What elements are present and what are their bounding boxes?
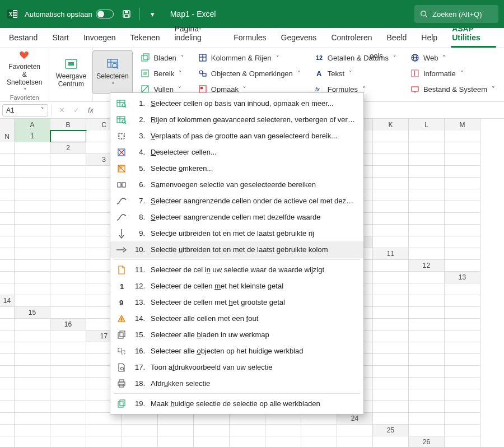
cell[interactable] — [409, 378, 445, 389]
cell[interactable] — [445, 236, 480, 248]
tab-formules[interactable]: Formules — [227, 29, 273, 48]
cell[interactable] — [15, 260, 50, 272]
cell[interactable] — [158, 425, 194, 436]
cmd-bereik[interactable]: Bereik˅ — [137, 66, 187, 81]
cell[interactable] — [445, 142, 480, 154]
cell[interactable] — [15, 236, 50, 248]
cell[interactable] — [0, 178, 15, 189]
cell[interactable] — [445, 189, 480, 201]
cmd-objecten-opmerkingen[interactable]: Objecten & Opmerkingen˅ — [194, 66, 304, 81]
cell[interactable] — [445, 131, 480, 142]
cell[interactable] — [373, 178, 409, 189]
cell[interactable] — [409, 166, 445, 178]
cell[interactable] — [409, 142, 445, 154]
cell[interactable] — [373, 413, 409, 425]
menu-item[interactable]: 11. Selecteer de cel in uw selectie waar… — [110, 262, 363, 278]
cell[interactable] — [230, 413, 265, 425]
cell[interactable] — [445, 283, 480, 295]
menu-item[interactable]: 18. Afdrukken selectie — [110, 375, 363, 392]
column-header[interactable]: M — [445, 119, 480, 131]
cell[interactable] — [15, 295, 50, 307]
cell[interactable] — [373, 154, 409, 166]
cell[interactable] — [194, 425, 230, 436]
cell[interactable] — [158, 413, 194, 425]
tab-gegevens[interactable]: Gegevens — [274, 29, 324, 48]
cell[interactable] — [15, 189, 50, 201]
cell[interactable] — [265, 425, 301, 436]
menu-item[interactable]: 16. Selecteer alle objecten op het huidi… — [110, 343, 363, 359]
cell[interactable] — [373, 366, 409, 378]
cell[interactable] — [0, 389, 15, 401]
menu-item[interactable]: 6. Samenvoegen selectie van geselecteerd… — [110, 176, 363, 193]
cell[interactable] — [373, 272, 409, 283]
cell[interactable] — [50, 283, 86, 295]
save-button[interactable] — [119, 7, 134, 21]
cell[interactable] — [0, 354, 15, 366]
cell[interactable] — [194, 413, 230, 425]
cell[interactable] — [50, 178, 86, 189]
tab-help[interactable]: Help — [414, 29, 444, 48]
cell[interactable] — [15, 166, 50, 178]
cell[interactable] — [409, 131, 445, 142]
cancel-formula-button[interactable]: ✕ — [55, 104, 68, 117]
cmd-informatie[interactable]: iInformatie˅ — [407, 66, 498, 81]
cell[interactable] — [15, 178, 50, 189]
cell[interactable] — [301, 436, 337, 447]
select-dropdown-button[interactable]: Selecteren ˅ — [92, 50, 133, 94]
cell[interactable] — [50, 248, 86, 260]
cell[interactable] — [265, 436, 301, 447]
menu-item[interactable]: 9. Selectie uitbreiden tot en met de laa… — [110, 225, 363, 241]
cell[interactable] — [50, 413, 86, 425]
cell[interactable] — [373, 131, 409, 142]
cell[interactable] — [445, 260, 480, 272]
cell[interactable] — [0, 330, 15, 342]
cell[interactable] — [409, 389, 445, 401]
cell[interactable] — [15, 425, 50, 436]
menu-item[interactable]: 5. Selectie omkeren... — [110, 160, 363, 176]
cell[interactable] — [50, 189, 86, 201]
cell[interactable] — [0, 225, 15, 236]
tab-bestand[interactable]: Bestand — [2, 29, 44, 48]
menu-item[interactable]: 3. Verplaats of pas de grootte aan van g… — [110, 128, 363, 144]
cell[interactable] — [0, 201, 15, 213]
cell[interactable] — [50, 225, 86, 236]
cell[interactable] — [409, 425, 445, 436]
cell[interactable] — [373, 389, 409, 401]
cell[interactable] — [0, 307, 15, 319]
favorites-button[interactable]: Favorieten & Sneltoetsen ˅ — [3, 50, 45, 94]
cell[interactable] — [445, 201, 480, 213]
cell[interactable] — [0, 319, 15, 330]
row-header[interactable]: 26 — [409, 436, 445, 447]
cell[interactable] — [0, 213, 15, 225]
cell[interactable] — [445, 425, 480, 436]
cell[interactable] — [445, 366, 480, 378]
cell[interactable] — [445, 354, 480, 366]
cell[interactable] — [15, 213, 50, 225]
row-header[interactable]: 2 — [50, 142, 86, 154]
cell[interactable] — [86, 413, 122, 425]
cell[interactable] — [0, 260, 15, 272]
row-header[interactable]: 25 — [373, 425, 409, 436]
row-header[interactable]: 1 — [15, 131, 50, 142]
row-header[interactable]: 16 — [50, 319, 86, 330]
cell[interactable] — [409, 154, 445, 166]
cell[interactable] — [445, 166, 480, 178]
cell[interactable] — [50, 401, 86, 413]
tab-tekenen[interactable]: Tekenen — [124, 29, 167, 48]
cell[interactable] — [50, 166, 86, 178]
cell[interactable] — [0, 283, 15, 295]
column-header[interactable]: N — [0, 131, 15, 143]
cell[interactable] — [373, 201, 409, 213]
cell[interactable] — [50, 131, 86, 142]
cell[interactable] — [409, 201, 445, 213]
cell[interactable] — [15, 154, 50, 166]
cell[interactable] — [373, 189, 409, 201]
cell[interactable] — [0, 425, 15, 436]
cell[interactable] — [445, 342, 480, 354]
cell[interactable] — [50, 425, 86, 436]
cell[interactable] — [194, 436, 230, 447]
cell[interactable] — [0, 189, 15, 201]
cell[interactable] — [301, 425, 337, 436]
cell[interactable] — [15, 272, 50, 283]
cell[interactable] — [373, 319, 409, 330]
